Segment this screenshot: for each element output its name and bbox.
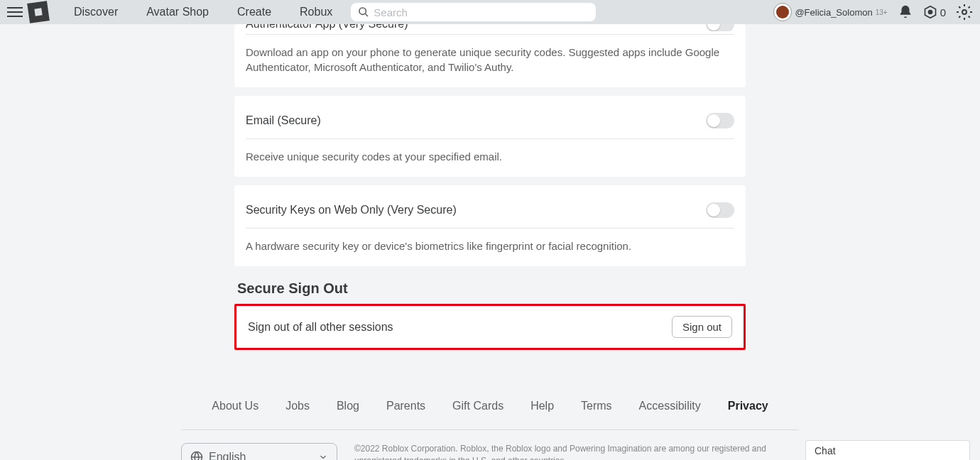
nav-avatar-shop[interactable]: Avatar Shop <box>146 6 209 18</box>
footer-bottom: English ©2022 Roblox Corporation. Roblox… <box>181 443 799 460</box>
footer-links: About Us Jobs Blog Parents Gift Cards He… <box>181 400 799 429</box>
svg-point-4 <box>962 10 967 14</box>
footer-about[interactable]: About Us <box>212 400 258 412</box>
secure-signout-heading: Secure Sign Out <box>237 280 746 297</box>
signout-button[interactable]: Sign out <box>672 316 732 338</box>
nav-create[interactable]: Create <box>237 6 271 18</box>
settings-content: Authenticator App (Very Secure) Download… <box>234 24 746 350</box>
bell-icon[interactable] <box>898 4 913 20</box>
language-label: English <box>209 451 246 460</box>
footer-divider <box>181 429 799 430</box>
gear-icon[interactable] <box>956 4 973 21</box>
age-badge: 13+ <box>876 9 888 16</box>
divider <box>246 138 734 139</box>
footer-giftcards[interactable]: Gift Cards <box>452 400 503 412</box>
footer-terms[interactable]: Terms <box>581 400 612 412</box>
footer-accessibility[interactable]: Accessibility <box>639 400 701 412</box>
nav-links: Discover Avatar Shop Create Robux <box>74 6 332 18</box>
language-selector[interactable]: English <box>181 443 337 460</box>
security-keys-card: Security Keys on Web Only (Very Secure) … <box>234 185 746 266</box>
search-box[interactable] <box>351 3 596 21</box>
top-nav: Discover Avatar Shop Create Robux @Felic… <box>0 0 980 24</box>
chevron-down-icon <box>318 452 328 460</box>
robux-balance[interactable]: 0 <box>923 5 946 19</box>
security-keys-toggle[interactable] <box>706 202 734 218</box>
search-icon <box>358 6 369 18</box>
email-desc: Receive unique security codes at your sp… <box>246 146 734 164</box>
divider <box>246 34 734 35</box>
footer: About Us Jobs Blog Parents Gift Cards He… <box>181 400 799 460</box>
authenticator-toggle[interactable] <box>706 24 734 31</box>
footer-help[interactable]: Help <box>530 400 554 412</box>
nav-right: @Felicia_Solomon 13+ 0 <box>773 3 973 21</box>
authenticator-title: Authenticator App (Very Secure) <box>246 24 408 31</box>
svg-line-1 <box>365 13 368 16</box>
email-card: Email (Secure) Receive unique security c… <box>234 96 746 177</box>
nav-robux[interactable]: Robux <box>300 6 332 18</box>
signout-label: Sign out of all other sessions <box>248 321 393 334</box>
globe-icon <box>190 451 203 460</box>
authenticator-desc: Download an app on your phone to generat… <box>246 42 734 75</box>
security-keys-title: Security Keys on Web Only (Very Secure) <box>246 204 457 217</box>
signout-card: Sign out of all other sessions Sign out <box>234 304 746 350</box>
footer-parents[interactable]: Parents <box>386 400 425 412</box>
copyright-text: ©2022 Roblox Corporation. Roblox, the Ro… <box>354 443 773 460</box>
search-input[interactable] <box>374 6 589 18</box>
security-keys-desc: A hardware security key or device's biom… <box>246 236 734 253</box>
svg-point-0 <box>359 8 366 14</box>
chat-bar[interactable]: Chat <box>805 440 970 460</box>
nav-discover[interactable]: Discover <box>74 6 118 18</box>
footer-jobs[interactable]: Jobs <box>285 400 310 412</box>
menu-icon[interactable] <box>7 4 23 20</box>
avatar <box>773 3 792 21</box>
svg-point-3 <box>928 11 932 14</box>
email-title: Email (Secure) <box>246 114 321 127</box>
user-menu[interactable]: @Felicia_Solomon 13+ <box>773 3 887 21</box>
email-toggle[interactable] <box>706 113 734 128</box>
logo-icon[interactable] <box>27 1 50 23</box>
username-label: @Felicia_Solomon <box>795 7 872 18</box>
footer-blog[interactable]: Blog <box>337 400 359 412</box>
authenticator-card: Authenticator App (Very Secure) Download… <box>234 24 746 87</box>
divider <box>246 228 734 229</box>
chat-label: Chat <box>815 445 836 456</box>
svg-point-5 <box>192 452 202 461</box>
footer-privacy[interactable]: Privacy <box>728 400 768 412</box>
robux-amount: 0 <box>940 6 946 18</box>
